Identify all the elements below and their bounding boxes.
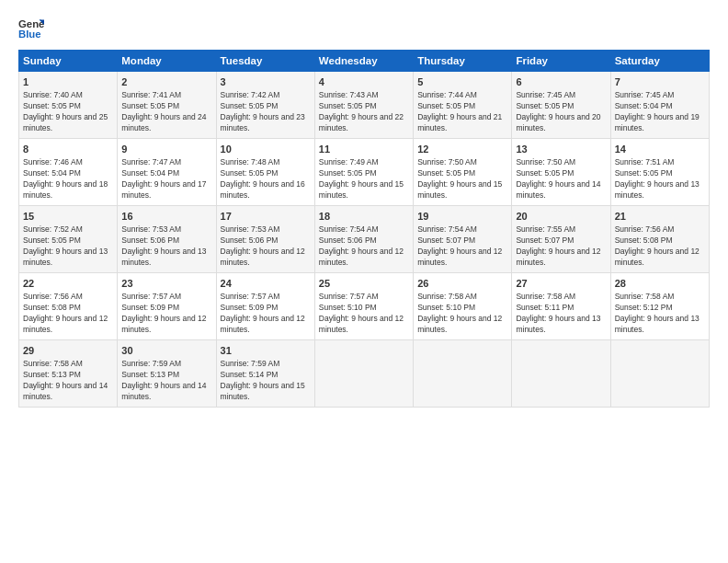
- sunrise-text: Sunrise: 7:49 AM: [319, 157, 409, 168]
- daylight-text: Daylight: 9 hours and 18 minutes.: [23, 179, 113, 201]
- daylight-text: Daylight: 9 hours and 24 minutes.: [121, 112, 211, 134]
- daylight-text: Daylight: 9 hours and 12 minutes.: [23, 314, 113, 336]
- sunset-text: Sunset: 5:05 PM: [516, 168, 606, 179]
- week-row-3: 15Sunrise: 7:52 AMSunset: 5:05 PMDayligh…: [19, 205, 710, 272]
- day-number: 9: [121, 143, 211, 156]
- day-number: 21: [615, 210, 705, 224]
- sunrise-text: Sunrise: 7:56 AM: [615, 224, 705, 236]
- sunrise-text: Sunrise: 7:52 AM: [23, 224, 113, 236]
- day-number: 11: [319, 143, 409, 156]
- sunset-text: Sunset: 5:06 PM: [319, 236, 409, 247]
- day-number: 8: [23, 143, 113, 156]
- day-header-thursday: Thursday: [414, 51, 512, 72]
- sunset-text: Sunset: 5:04 PM: [121, 168, 211, 179]
- day-header-friday: Friday: [512, 51, 610, 72]
- sunrise-text: Sunrise: 7:57 AM: [221, 292, 311, 303]
- calendar-cell: 4Sunrise: 7:43 AMSunset: 5:05 PMDaylight…: [314, 72, 413, 139]
- calendar-cell: 17Sunrise: 7:53 AMSunset: 5:06 PMDayligh…: [216, 205, 314, 272]
- daylight-text: Daylight: 9 hours and 14 minutes.: [516, 179, 606, 201]
- sunset-text: Sunset: 5:05 PM: [23, 101, 113, 112]
- sunset-text: Sunset: 5:14 PM: [221, 370, 311, 381]
- sunset-text: Sunset: 5:04 PM: [615, 101, 705, 112]
- day-header-saturday: Saturday: [610, 51, 709, 72]
- daylight-text: Daylight: 9 hours and 12 minutes.: [417, 247, 507, 269]
- svg-text:Blue: Blue: [18, 29, 41, 40]
- daylight-text: Daylight: 9 hours and 12 minutes.: [615, 247, 705, 269]
- sunset-text: Sunset: 5:05 PM: [121, 101, 211, 112]
- sunrise-text: Sunrise: 7:55 AM: [516, 224, 606, 236]
- week-row-4: 22Sunrise: 7:56 AMSunset: 5:08 PMDayligh…: [19, 272, 710, 339]
- daylight-text: Daylight: 9 hours and 19 minutes.: [615, 112, 705, 134]
- header-row: SundayMondayTuesdayWednesdayThursdayFrid…: [19, 51, 710, 72]
- calendar-cell: 28Sunrise: 7:58 AMSunset: 5:12 PMDayligh…: [610, 272, 709, 339]
- day-number: 31: [221, 344, 311, 358]
- daylight-text: Daylight: 9 hours and 12 minutes.: [319, 247, 409, 269]
- daylight-text: Daylight: 9 hours and 13 minutes.: [23, 247, 113, 269]
- week-row-2: 8Sunrise: 7:46 AMSunset: 5:04 PMDaylight…: [19, 138, 710, 205]
- daylight-text: Daylight: 9 hours and 21 minutes.: [417, 112, 507, 134]
- header: General Blue: [18, 17, 710, 42]
- calendar-cell: 9Sunrise: 7:47 AMSunset: 5:04 PMDaylight…: [118, 138, 216, 205]
- sunrise-text: Sunrise: 7:42 AM: [221, 90, 311, 101]
- sunset-text: Sunset: 5:12 PM: [615, 303, 705, 314]
- calendar-cell: 1Sunrise: 7:40 AMSunset: 5:05 PMDaylight…: [19, 72, 118, 139]
- day-number: 15: [23, 210, 113, 224]
- sunset-text: Sunset: 5:05 PM: [615, 168, 705, 179]
- calendar-cell: 26Sunrise: 7:58 AMSunset: 5:10 PMDayligh…: [414, 272, 512, 339]
- sunrise-text: Sunrise: 7:58 AM: [417, 292, 507, 303]
- calendar-cell: 22Sunrise: 7:56 AMSunset: 5:08 PMDayligh…: [19, 272, 118, 339]
- daylight-text: Daylight: 9 hours and 12 minutes.: [221, 314, 311, 336]
- sunrise-text: Sunrise: 7:43 AM: [319, 90, 409, 101]
- sunrise-text: Sunrise: 7:57 AM: [121, 292, 211, 303]
- day-number: 20: [516, 210, 606, 224]
- sunset-text: Sunset: 5:10 PM: [417, 303, 507, 314]
- calendar-cell: 18Sunrise: 7:54 AMSunset: 5:06 PMDayligh…: [314, 205, 413, 272]
- sunset-text: Sunset: 5:06 PM: [121, 236, 211, 247]
- daylight-text: Daylight: 9 hours and 17 minutes.: [121, 179, 211, 201]
- sunset-text: Sunset: 5:13 PM: [121, 370, 211, 381]
- calendar-cell: 11Sunrise: 7:49 AMSunset: 5:05 PMDayligh…: [314, 138, 413, 205]
- sunrise-text: Sunrise: 7:45 AM: [615, 90, 705, 101]
- daylight-text: Daylight: 9 hours and 12 minutes.: [221, 247, 311, 269]
- calendar-cell: 31Sunrise: 7:59 AMSunset: 5:14 PMDayligh…: [216, 339, 314, 407]
- sunrise-text: Sunrise: 7:59 AM: [221, 359, 311, 370]
- calendar-cell: 3Sunrise: 7:42 AMSunset: 5:05 PMDaylight…: [216, 72, 314, 139]
- day-number: 5: [417, 75, 507, 89]
- sunrise-text: Sunrise: 7:51 AM: [615, 157, 705, 168]
- calendar-cell: 19Sunrise: 7:54 AMSunset: 5:07 PMDayligh…: [414, 205, 512, 272]
- calendar-cell: 5Sunrise: 7:44 AMSunset: 5:05 PMDaylight…: [414, 72, 512, 139]
- week-row-5: 29Sunrise: 7:58 AMSunset: 5:13 PMDayligh…: [19, 339, 710, 407]
- day-number: 22: [23, 277, 113, 291]
- day-number: 27: [516, 277, 606, 291]
- day-number: 29: [23, 344, 113, 358]
- daylight-text: Daylight: 9 hours and 20 minutes.: [516, 112, 606, 134]
- calendar-cell: 6Sunrise: 7:45 AMSunset: 5:05 PMDaylight…: [512, 72, 610, 139]
- calendar-cell: 10Sunrise: 7:48 AMSunset: 5:05 PMDayligh…: [216, 138, 314, 205]
- day-number: 30: [121, 344, 211, 358]
- sunset-text: Sunset: 5:08 PM: [23, 303, 113, 314]
- daylight-text: Daylight: 9 hours and 22 minutes.: [319, 112, 409, 134]
- sunset-text: Sunset: 5:04 PM: [23, 168, 113, 179]
- day-number: 2: [121, 75, 211, 89]
- sunrise-text: Sunrise: 7:58 AM: [516, 292, 606, 303]
- calendar-cell: 23Sunrise: 7:57 AMSunset: 5:09 PMDayligh…: [118, 272, 216, 339]
- daylight-text: Daylight: 9 hours and 16 minutes.: [221, 179, 311, 201]
- calendar-cell: 13Sunrise: 7:50 AMSunset: 5:05 PMDayligh…: [512, 138, 610, 205]
- calendar-cell: 21Sunrise: 7:56 AMSunset: 5:08 PMDayligh…: [610, 205, 709, 272]
- day-number: 3: [221, 75, 311, 89]
- sunrise-text: Sunrise: 7:46 AM: [23, 157, 113, 168]
- daylight-text: Daylight: 9 hours and 13 minutes.: [516, 314, 606, 336]
- day-number: 7: [615, 75, 705, 89]
- sunrise-text: Sunrise: 7:44 AM: [417, 90, 507, 101]
- sunset-text: Sunset: 5:05 PM: [417, 101, 507, 112]
- sunrise-text: Sunrise: 7:48 AM: [221, 157, 311, 168]
- day-header-monday: Monday: [118, 51, 216, 72]
- week-row-1: 1Sunrise: 7:40 AMSunset: 5:05 PMDaylight…: [19, 72, 710, 139]
- sunset-text: Sunset: 5:05 PM: [319, 101, 409, 112]
- sunrise-text: Sunrise: 7:50 AM: [417, 157, 507, 168]
- sunrise-text: Sunrise: 7:57 AM: [319, 292, 409, 303]
- sunset-text: Sunset: 5:05 PM: [221, 101, 311, 112]
- calendar-cell: 7Sunrise: 7:45 AMSunset: 5:04 PMDaylight…: [610, 72, 709, 139]
- sunrise-text: Sunrise: 7:45 AM: [516, 90, 606, 101]
- sunset-text: Sunset: 5:10 PM: [319, 303, 409, 314]
